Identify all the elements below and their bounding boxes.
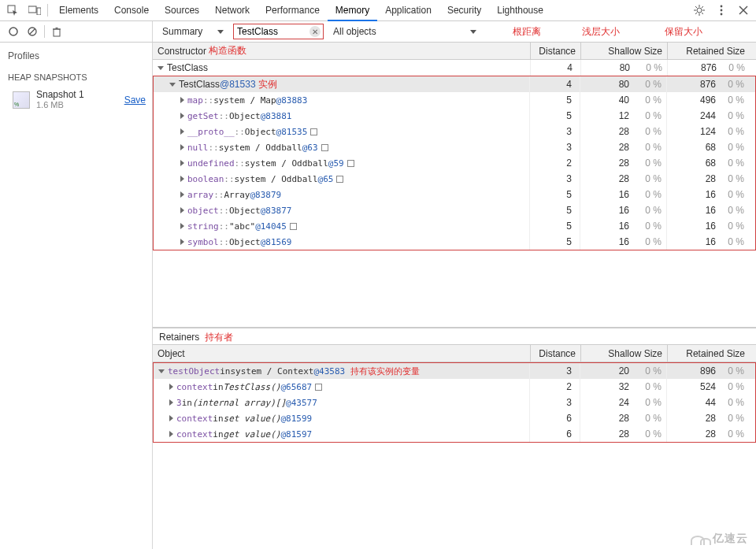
profiles-heading: Profiles [0,43,152,68]
svg-rect-2 [37,8,41,15]
svg-rect-1 [28,6,36,13]
snapshot-size: 1.6 MB [36,100,121,110]
retainer-row-selected[interactable]: testObject in system / Context @43583 持有… [154,363,755,379]
tab-elements[interactable]: Elements [51,0,106,21]
tab-memory[interactable]: Memory [328,0,377,21]
svg-line-11 [695,13,697,14]
expand-icon[interactable] [158,66,164,70]
expand-icon[interactable] [158,369,165,373]
constructor-row-child[interactable]: symbol :: Object @815695160 %160 % [154,234,755,250]
link-icon [347,160,354,167]
annotation-instance: 实例 [258,78,277,91]
objects-dropdown-label: All objects [333,26,376,37]
expand-icon[interactable] [180,223,184,229]
expand-icon[interactable] [180,97,184,103]
link-icon [315,384,322,391]
expand-icon[interactable] [180,239,184,245]
svg-line-10 [702,6,703,8]
svg-rect-20 [54,29,60,36]
annotation-distance: 根距离 [513,25,541,39]
link-icon [321,144,328,151]
expand-icon[interactable] [169,83,176,87]
retainer-row[interactable]: 3 in (internal array)[] @435773240 %440 … [154,395,755,410]
settings-icon[interactable] [690,1,709,20]
devtools-top-tabs: ElementsConsoleSourcesNetworkPerformance… [0,0,756,21]
annotation-constructor: 构造函数 [209,44,246,57]
svg-line-8 [695,6,697,8]
constructor-row-child[interactable]: map :: system / Map @838835400 %4960 % [154,92,755,108]
chevron-down-icon [217,30,224,34]
svg-line-19 [30,29,35,35]
annotation-retained: 保留大小 [665,25,702,39]
snapshot-name: Snapshot 1 [36,90,121,100]
constructor-row-child[interactable]: string :: "abc" @140455160 %160 % [154,218,755,234]
expand-icon[interactable] [180,128,184,135]
device-toggle-icon[interactable] [25,1,44,20]
col-retained[interactable]: Retained Size [668,43,756,59]
watermark: 亿速云 [691,532,748,546]
rcol-object[interactable]: Object [153,345,531,362]
cloud-icon [691,532,710,545]
expand-icon[interactable] [180,113,184,119]
svg-point-14 [721,13,723,16]
link-icon [336,176,343,183]
expand-icon[interactable] [180,176,184,182]
expand-icon[interactable] [169,399,173,406]
rcol-distance[interactable]: Distance [531,345,581,362]
tab-console[interactable]: Console [106,0,157,21]
delete-icon[interactable] [50,24,64,39]
col-distance[interactable]: Distance [531,43,581,59]
retainers-header: Object Distance Shallow Size Retained Si… [153,345,756,362]
chevron-down-icon [470,30,476,34]
constructor-row-child[interactable]: getSet :: Object @838815120 %2440 % [154,108,755,124]
class-filter-input-wrap[interactable]: ✕ [233,24,324,39]
memory-toolbar: Summary ✕ All objects 根距离 浅层大小 保留大小 [0,21,756,43]
constructor-row-instance[interactable]: TestClass @81533 实例 4 800 % 8760 % [154,76,755,92]
more-icon[interactable] [712,1,731,20]
retainer-row[interactable]: context in get value() @815976280 %280 % [154,426,755,442]
record-icon[interactable] [6,24,20,39]
expand-icon[interactable] [180,207,184,213]
rcol-shallow[interactable]: Shallow Size [581,345,668,362]
view-dropdown-label: Summary [162,26,202,37]
tab-security[interactable]: Security [439,0,489,21]
expand-icon[interactable] [169,431,173,437]
constructor-row-root[interactable]: TestClass 4 800 % 8760 % [153,60,756,76]
retainer-row[interactable]: context in TestClass() @656872320 %5240 … [154,379,755,395]
svg-point-12 [721,6,723,8]
clear-filter-icon[interactable]: ✕ [309,26,321,37]
annotation-retainers: 持有者 [205,332,233,343]
tab-network[interactable]: Network [207,0,258,21]
tab-lighthouse[interactable]: Lighthouse [489,0,551,21]
view-dropdown[interactable]: Summary [159,24,227,39]
svg-point-17 [9,28,17,35]
tab-performance[interactable]: Performance [258,0,328,21]
snapshot-item[interactable]: % Snapshot 1 1.6 MB Save [0,87,152,113]
clear-icon[interactable] [25,24,39,39]
expand-icon[interactable] [180,144,184,150]
class-filter-input[interactable] [237,26,320,37]
constructor-row-child[interactable]: undefined :: system / Oddball @592280 %6… [154,155,755,171]
retainer-row[interactable]: context in set value() @815996280 %280 % [154,410,755,426]
constructor-row-child[interactable]: null :: system / Oddball @633280 %680 % [154,139,755,155]
snapshot-save-link[interactable]: Save [124,95,146,106]
expand-icon[interactable] [169,415,173,421]
constructor-row-child[interactable]: boolean :: system / Oddball @653280 %280… [154,171,755,187]
inspect-icon[interactable] [3,1,22,20]
constructor-row-child[interactable]: array :: Array @838795160 %160 % [154,187,755,202]
annotation-owner-var: 持有该实例的变量 [350,365,420,377]
objects-dropdown[interactable]: All objects [330,24,480,39]
constructor-row-child[interactable]: object :: Object @838775160 %160 % [154,202,755,218]
link-icon [310,128,317,135]
annotation-shallow: 浅层大小 [582,25,620,39]
close-devtools-icon[interactable] [734,1,753,20]
tab-sources[interactable]: Sources [157,0,207,21]
expand-icon[interactable] [180,160,184,166]
expand-icon[interactable] [180,191,184,198]
col-constructor[interactable]: Constructor 构造函数 [153,43,531,59]
constructor-row-child[interactable]: __proto__ :: Object @815353280 %1240 % [154,124,755,139]
expand-icon[interactable] [169,384,173,390]
rcol-retained[interactable]: Retained Size [668,345,756,362]
tab-application[interactable]: Application [377,0,439,21]
col-shallow[interactable]: Shallow Size [581,43,668,59]
